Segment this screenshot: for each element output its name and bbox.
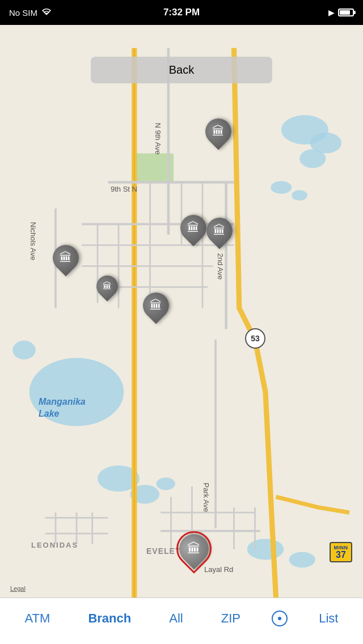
status-left: No SIM: [9, 8, 52, 18]
status-bar: No SIM 7:32 PM ▶: [0, 0, 363, 25]
branch-pin-4[interactable]: 🏛: [143, 293, 169, 319]
pin-head-2: 🏛: [47, 239, 84, 276]
svg-point-12: [289, 552, 315, 568]
back-button-container: Back: [91, 50, 272, 83]
pin-head-4: 🏛: [137, 287, 174, 324]
svg-point-6: [12, 341, 36, 359]
tab-all[interactable]: All: [162, 607, 189, 630]
bank-icon-4: 🏛: [150, 298, 162, 313]
bank-icon-5: 🏛: [187, 221, 200, 235]
svg-point-7: [29, 358, 124, 426]
time-display: 7:32 PM: [163, 7, 200, 18]
branch-pin-6[interactable]: 🏛: [206, 218, 233, 244]
tab-zip[interactable]: ZIP: [214, 607, 247, 630]
map-svg: [0, 25, 363, 598]
bank-icon-6: 🏛: [213, 223, 226, 238]
highway-shield-53: 53: [245, 328, 265, 349]
svg-point-10: [157, 477, 175, 490]
svg-point-5: [292, 190, 307, 200]
svg-point-3: [299, 149, 326, 168]
pin-head-6: 🏛: [201, 212, 238, 249]
wifi-icon: [41, 8, 52, 18]
bank-icon-7: 🏛: [187, 541, 201, 557]
bank-icon-2: 🏛: [60, 251, 72, 265]
tab-list[interactable]: List: [312, 607, 345, 630]
bank-icon-3: 🏛: [103, 281, 112, 291]
branch-pin-1[interactable]: 🏛: [205, 118, 231, 145]
location-arrow-icon: ▶: [328, 8, 335, 17]
back-button[interactable]: Back: [91, 57, 272, 83]
tab-atm[interactable]: ATM: [18, 607, 57, 630]
pin-head-7: 🏛: [173, 528, 215, 570]
map-container[interactable]: N 9th Ave 9th St N Nichols Ave 2nd Ave P…: [0, 25, 363, 598]
pin-head-1: 🏛: [200, 113, 237, 150]
branch-pin-5[interactable]: 🏛: [180, 215, 206, 241]
branch-pin-2[interactable]: 🏛: [53, 245, 79, 271]
pin-head-3: 🏛: [92, 271, 123, 302]
tab-location-button[interactable]: [272, 611, 288, 626]
location-dot-icon: [278, 617, 281, 620]
highway-shield-37: MINN 37: [330, 542, 352, 562]
svg-point-11: [247, 539, 284, 560]
status-right: ▶: [328, 8, 354, 17]
svg-point-4: [271, 181, 292, 194]
carrier-label: No SIM: [9, 8, 37, 18]
tab-bar: ATM Branch All ZIP List: [0, 598, 363, 644]
shield-37-num: 37: [336, 550, 346, 560]
tab-branch[interactable]: Branch: [81, 607, 138, 630]
branch-pin-7[interactable]: 🏛: [179, 534, 209, 564]
battery-fill: [340, 10, 350, 15]
bank-icon-1: 🏛: [212, 124, 225, 139]
battery-icon: [338, 9, 354, 16]
svg-rect-0: [14, 25, 349, 598]
branch-pin-3[interactable]: 🏛: [96, 276, 118, 297]
